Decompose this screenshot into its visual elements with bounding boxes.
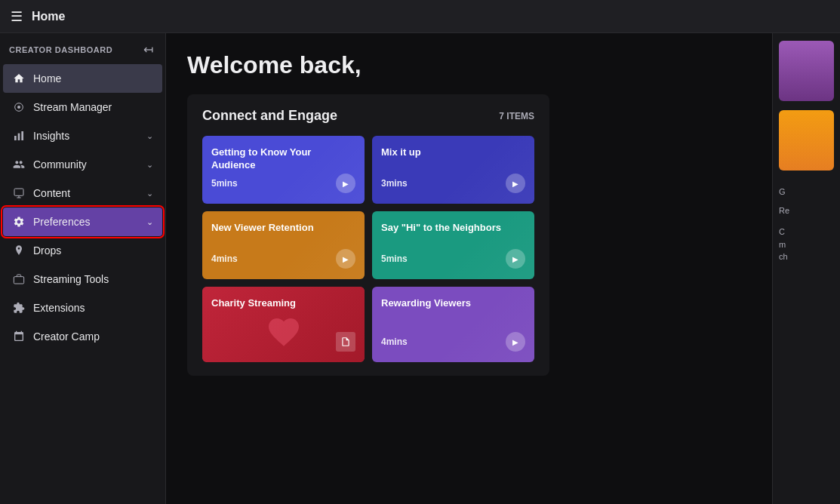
sidebar-item-drops-label: Drops	[33, 244, 153, 257]
sidebar-header-label: CREATOR DASHBOARD	[9, 45, 112, 54]
sidebar-item-streaming-tools-label: Streaming Tools	[33, 273, 153, 285]
sidebar-item-extensions[interactable]: Extensions	[3, 293, 162, 322]
main-layout: CREATOR DASHBOARD ↤ Home Stream Manager …	[0, 33, 840, 504]
video-card-new-viewer[interactable]: New Viewer Retention 4mins ▶	[202, 211, 365, 279]
svg-rect-3	[18, 134, 20, 140]
card-title-mix-it-up: Mix it up	[381, 146, 525, 159]
card-title-say-hi: Say "Hi" to the Neighbors	[381, 222, 525, 235]
sidebar-item-content[interactable]: Content ⌄	[3, 179, 162, 207]
preferences-chevron: ⌄	[146, 217, 153, 227]
content-area: Welcome back, Connect and Engage 7 ITEMS…	[166, 33, 772, 504]
video-card-say-hi[interactable]: Say "Hi" to the Neighbors 5mins ▶	[372, 211, 534, 279]
creator-camp-icon	[12, 330, 26, 343]
card-duration-mix-it-up: 3mins	[381, 178, 408, 189]
content-icon	[12, 186, 26, 200]
svg-point-0	[17, 106, 20, 109]
card-title-new-viewer: New Viewer Retention	[211, 222, 355, 235]
right-panel: G Re Cmch	[772, 33, 840, 504]
sidebar-item-preferences-label: Preferences	[33, 216, 139, 228]
insights-chevron: ⌄	[146, 131, 153, 141]
menu-icon[interactable]: ☰	[11, 8, 23, 25]
play-button-rewarding[interactable]: ▶	[506, 332, 525, 352]
sidebar-item-creator-camp[interactable]: Creator Camp	[3, 322, 162, 351]
sidebar-item-community-label: Community	[33, 158, 139, 171]
play-button-new-viewer[interactable]: ▶	[336, 249, 355, 269]
stream-manager-icon	[12, 100, 26, 114]
sidebar-item-drops[interactable]: Drops	[3, 236, 162, 265]
connect-engage-section: Connect and Engage 7 ITEMS Getting to Kn…	[187, 94, 549, 376]
sidebar-item-creator-camp-label: Creator Camp	[33, 330, 153, 343]
card-footer-mix-it-up: 3mins ▶	[381, 174, 525, 193]
sidebar-item-insights[interactable]: Insights ⌄	[3, 121, 162, 150]
card-title-getting-to-know: Getting to Know Your Audience	[211, 146, 355, 172]
card-duration-getting-to-know: 5mins	[211, 178, 238, 189]
card-duration-new-viewer: 4mins	[211, 254, 238, 264]
preferences-icon	[12, 215, 26, 229]
video-card-mix-it-up[interactable]: Mix it up 3mins ▶	[372, 136, 534, 204]
topbar: ☰ Home	[0, 0, 840, 33]
sidebar-item-content-label: Content	[33, 187, 139, 199]
play-button-say-hi[interactable]: ▶	[506, 249, 525, 269]
sidebar-item-streaming-tools[interactable]: Streaming Tools	[3, 265, 162, 293]
video-card-charity-streaming[interactable]: Charity Streaming	[202, 287, 365, 362]
card-footer-getting-to-know: 5mins ▶	[211, 174, 355, 193]
card-duration-rewarding: 4mins	[381, 337, 408, 347]
extensions-icon	[12, 301, 26, 315]
card-title-rewarding: Rewarding Viewers	[381, 297, 525, 310]
right-panel-text-g: G	[779, 186, 834, 198]
card-footer-new-viewer: 4mins ▶	[211, 249, 355, 269]
card-duration-say-hi: 5mins	[381, 254, 408, 264]
section-title: Connect and Engage	[202, 108, 337, 124]
sidebar-item-preferences[interactable]: Preferences ⌄	[3, 207, 162, 236]
sidebar-item-home[interactable]: Home	[3, 64, 162, 93]
sidebar-item-extensions-label: Extensions	[33, 302, 153, 314]
video-card-rewarding[interactable]: Rewarding Viewers 4mins ▶	[372, 287, 534, 362]
home-icon	[12, 72, 26, 85]
svg-rect-5	[14, 189, 23, 195]
section-count: 7 ITEMS	[499, 111, 534, 121]
play-button-getting-to-know[interactable]: ▶	[336, 174, 355, 193]
content-chevron: ⌄	[146, 189, 153, 198]
sidebar-item-stream-manager-label: Stream Manager	[33, 101, 153, 113]
right-panel-text-c: Cmch	[779, 226, 834, 263]
sidebar: CREATOR DASHBOARD ↤ Home Stream Manager …	[0, 33, 166, 504]
play-button-mix-it-up[interactable]: ▶	[506, 174, 525, 193]
doc-icon-charity	[336, 332, 355, 352]
card-title-charity: Charity Streaming	[211, 297, 355, 310]
svg-rect-2	[14, 136, 17, 140]
sidebar-header: CREATOR DASHBOARD ↤	[0, 33, 165, 64]
community-icon	[12, 158, 26, 171]
svg-rect-4	[21, 131, 23, 140]
sidebar-item-community[interactable]: Community ⌄	[3, 150, 162, 179]
drops-icon	[12, 244, 26, 257]
video-card-getting-to-know[interactable]: Getting to Know Your Audience 5mins ▶	[202, 136, 365, 204]
community-chevron: ⌄	[146, 160, 153, 170]
video-grid: Getting to Know Your Audience 5mins ▶ Mi…	[202, 136, 534, 362]
sidebar-collapse-button[interactable]: ↤	[140, 41, 156, 58]
svg-rect-8	[14, 277, 23, 284]
sidebar-item-insights-label: Insights	[33, 130, 139, 142]
sidebar-item-home-label: Home	[33, 72, 153, 85]
card-footer-charity	[211, 332, 355, 352]
right-panel-item-yellow[interactable]	[779, 110, 834, 171]
right-panel-item-purple[interactable]	[779, 41, 834, 101]
section-header: Connect and Engage 7 ITEMS	[202, 108, 534, 124]
insights-icon	[12, 129, 26, 143]
welcome-title: Welcome back,	[187, 51, 751, 79]
card-footer-rewarding: 4mins ▶	[381, 332, 525, 352]
card-footer-say-hi: 5mins ▶	[381, 249, 525, 269]
topbar-title: Home	[32, 10, 65, 23]
right-panel-text-re: Re	[779, 204, 834, 217]
streaming-tools-icon	[12, 272, 26, 286]
sidebar-item-stream-manager[interactable]: Stream Manager	[3, 93, 162, 121]
